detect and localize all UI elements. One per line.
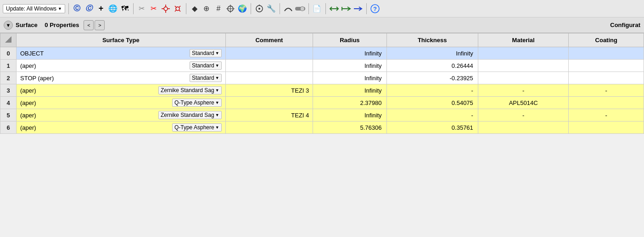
surface-type-dropdown[interactable]: Q-Type Asphere▼: [172, 99, 222, 107]
svg-point-0: [164, 7, 168, 11]
coating-cell[interactable]: [569, 72, 644, 84]
comment-cell[interactable]: [225, 97, 313, 109]
coating-cell[interactable]: [569, 60, 644, 72]
surface-type-cell[interactable]: (aper)Zernike Standard Sag▼: [17, 109, 226, 121]
nav-next-button[interactable]: >: [95, 20, 105, 30]
surface-name-text: (aper): [20, 87, 157, 94]
lens-data-table: Surface Type Comment Radius Thickness Ma…: [0, 33, 644, 134]
spider1-icon[interactable]: [161, 4, 171, 14]
tool-icon[interactable]: 🔧: [266, 4, 276, 14]
coating-cell[interactable]: [569, 97, 644, 109]
dropdown-arrow-icon: ▼: [215, 63, 219, 68]
update-dropdown-arrow: ▼: [58, 6, 62, 11]
globe-icon[interactable]: 🌐: [108, 4, 118, 14]
surface-type-cell[interactable]: (aper)Q-Type Asphere▼: [17, 97, 226, 109]
nav-prev-button[interactable]: <: [84, 20, 94, 30]
material-cell[interactable]: [478, 72, 569, 84]
earth2-icon[interactable]: 🌍: [237, 4, 247, 14]
material-cell[interactable]: [478, 60, 569, 72]
thickness-cell[interactable]: 0.35761: [386, 121, 478, 134]
comment-cell[interactable]: [225, 60, 313, 72]
surface-type-dropdown[interactable]: Q-Type Asphere▼: [172, 123, 222, 132]
material-cell[interactable]: APL5014C: [478, 97, 569, 109]
spider2-icon[interactable]: [173, 4, 183, 14]
table-row: 4(aper)Q-Type Asphere▼2.379800.54075APL5…: [0, 97, 644, 109]
coating-header: Coating: [569, 33, 644, 47]
comment-cell[interactable]: [225, 72, 313, 84]
surface-type-label: Q-Type Asphere: [174, 99, 214, 106]
toolbar-separator-8: [366, 3, 367, 14]
surface-type-cell[interactable]: STOP (aper)Standard▼: [17, 72, 226, 84]
thickness-cell[interactable]: 0.54075: [386, 97, 478, 109]
radius-cell[interactable]: Infinity: [313, 109, 386, 121]
surface-type-cell[interactable]: (aper)Zernike Standard Sag▼: [17, 84, 226, 97]
coating-cell[interactable]: [569, 121, 644, 134]
thickness-cell[interactable]: Infinity: [386, 47, 478, 60]
material-cell[interactable]: [478, 121, 569, 134]
document-icon[interactable]: 📄: [312, 4, 322, 14]
arrow-target-icon[interactable]: [225, 4, 235, 14]
toolbar-separator-5: [280, 3, 280, 14]
update-all-windows-button[interactable]: Update: All Windows ▼: [3, 4, 65, 13]
radius-cell[interactable]: Infinity: [313, 47, 386, 60]
comment-cell[interactable]: TEZI 4: [225, 109, 313, 121]
circle-dot-icon[interactable]: [254, 4, 264, 14]
table-row: 6(aper)Q-Type Asphere▼5.763060.35761: [0, 121, 644, 134]
svg-line-6: [175, 6, 177, 8]
surface-type-header: Surface Type: [17, 33, 226, 47]
c2-icon[interactable]: Ⓒ: [84, 4, 94, 14]
surface-type-dropdown[interactable]: Standard▼: [190, 74, 222, 82]
comment-cell[interactable]: [225, 121, 313, 134]
surface-type-label: Zernike Standard Sag: [161, 112, 214, 118]
surface-type-label: Standard: [192, 50, 214, 56]
dropdown-arrow-icon: ▼: [215, 88, 219, 93]
map-icon[interactable]: 🗺: [120, 4, 130, 14]
surface-type-dropdown[interactable]: Zernike Standard Sag▼: [158, 111, 222, 119]
comment-cell[interactable]: [225, 47, 313, 60]
cut2-icon[interactable]: ✂: [149, 4, 159, 14]
surface-type-dropdown[interactable]: Standard▼: [190, 61, 222, 70]
surface-type-cell[interactable]: (aper)Q-Type Asphere▼: [17, 121, 226, 134]
table-row: 3(aper)Zernike Standard Sag▼TEZI 3Infini…: [0, 84, 644, 97]
coating-cell[interactable]: [569, 47, 644, 60]
material-cell[interactable]: -: [478, 84, 569, 97]
radius-cell[interactable]: 2.37980: [313, 97, 386, 109]
thickness-cell[interactable]: -: [386, 109, 478, 121]
radius-cell[interactable]: Infinity: [313, 84, 386, 97]
comment-header: Comment: [225, 33, 313, 47]
material-cell[interactable]: -: [478, 109, 569, 121]
diamond-icon[interactable]: ◆: [190, 4, 200, 14]
toggle-icon[interactable]: [295, 4, 305, 14]
toolbar-separator-7: [325, 3, 326, 14]
curve-icon[interactable]: [283, 4, 293, 14]
surface-type-label: Zernike Standard Sag: [161, 87, 214, 94]
material-cell[interactable]: [478, 47, 569, 60]
comment-cell[interactable]: TEZI 3: [225, 84, 313, 97]
toolbar-separator-3: [186, 3, 186, 14]
thickness-cell[interactable]: -: [386, 84, 478, 97]
surface-name-text: (aper): [20, 99, 170, 106]
radius-cell[interactable]: 5.76306: [313, 121, 386, 134]
help-icon[interactable]: ?: [370, 4, 380, 14]
thickness-cell[interactable]: -0.23925: [386, 72, 478, 84]
radius-cell[interactable]: Infinity: [313, 72, 386, 84]
plus-icon[interactable]: +: [96, 4, 106, 14]
coating-cell[interactable]: -: [569, 109, 644, 121]
arrow-double-right-icon[interactable]: [341, 4, 351, 14]
c1-icon[interactable]: Ⓒ: [72, 4, 82, 14]
arrows-lr-icon[interactable]: [329, 4, 339, 14]
thickness-cell[interactable]: 0.26444: [386, 60, 478, 72]
expand-chevron[interactable]: ▼: [4, 21, 13, 30]
surface-type-cell[interactable]: (aper)Standard▼: [17, 60, 226, 72]
coating-cell[interactable]: -: [569, 84, 644, 97]
hash-icon[interactable]: #: [213, 4, 224, 14]
surface-name-text: STOP (aper): [20, 75, 188, 82]
cross-target-icon[interactable]: ⊕: [202, 4, 212, 14]
surface-type-dropdown[interactable]: Zernike Standard Sag▼: [158, 86, 222, 94]
dropdown-arrow-icon: ▼: [215, 51, 219, 55]
arrow-right-icon[interactable]: [353, 4, 363, 14]
surface-type-cell[interactable]: OBJECTStandard▼: [17, 47, 226, 60]
radius-cell[interactable]: Infinity: [313, 60, 386, 72]
surface-type-dropdown[interactable]: Standard▼: [190, 49, 222, 57]
cut1-icon[interactable]: ✂: [137, 4, 147, 14]
